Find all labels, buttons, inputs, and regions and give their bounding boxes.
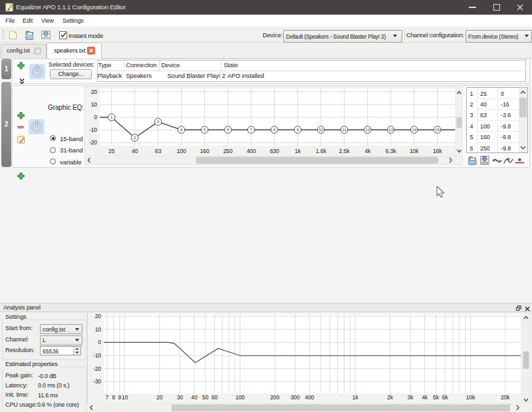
svg-text:7: 7 xyxy=(106,394,109,401)
svg-text:20: 20 xyxy=(156,394,163,401)
svg-text:10: 10 xyxy=(122,394,128,401)
svg-text:10: 10 xyxy=(91,101,98,108)
svg-text:11: 11 xyxy=(342,127,347,132)
svg-text:300: 300 xyxy=(291,394,300,401)
svg-text:25: 25 xyxy=(108,148,115,154)
svg-text:200: 200 xyxy=(270,394,279,401)
svg-text:3k: 3k xyxy=(408,394,414,401)
svg-text:-10: -10 xyxy=(89,126,97,133)
svg-text:-10: -10 xyxy=(93,352,101,359)
svg-text:2.5k: 2.5k xyxy=(339,148,350,154)
svg-text:4k: 4k xyxy=(364,148,371,154)
svg-text:400: 400 xyxy=(305,394,314,401)
svg-text:100: 100 xyxy=(235,394,245,401)
svg-text:6k: 6k xyxy=(442,394,449,401)
svg-text:20: 20 xyxy=(91,89,98,95)
svg-text:5k: 5k xyxy=(433,394,440,401)
svg-text:50: 50 xyxy=(202,394,209,401)
svg-text:20k: 20k xyxy=(501,394,510,401)
svg-text:10: 10 xyxy=(319,127,323,132)
svg-text:16k: 16k xyxy=(433,148,442,154)
svg-text:1.6k: 1.6k xyxy=(316,148,327,154)
svg-text:9: 9 xyxy=(118,394,121,401)
svg-text:100: 100 xyxy=(177,148,186,154)
svg-text:13: 13 xyxy=(388,127,393,132)
svg-text:14: 14 xyxy=(412,127,416,132)
svg-text:10: 10 xyxy=(95,326,102,333)
svg-text:160: 160 xyxy=(200,148,209,154)
svg-text:400: 400 xyxy=(247,148,256,154)
svg-text:15: 15 xyxy=(435,127,440,132)
svg-text:630: 630 xyxy=(270,148,279,154)
svg-text:1k: 1k xyxy=(295,148,301,154)
svg-text:10k: 10k xyxy=(466,394,475,401)
svg-text:-30: -30 xyxy=(93,378,101,385)
svg-text:30: 30 xyxy=(177,394,184,401)
svg-text:8: 8 xyxy=(112,394,116,401)
svg-text:0: 0 xyxy=(98,339,101,345)
svg-text:1k: 1k xyxy=(352,394,359,401)
svg-text:6.3k: 6.3k xyxy=(386,148,397,154)
svg-text:12: 12 xyxy=(365,127,370,132)
svg-text:2k: 2k xyxy=(387,394,394,401)
svg-text:40: 40 xyxy=(191,394,198,401)
svg-text:-20: -20 xyxy=(89,139,97,146)
svg-text:0: 0 xyxy=(94,114,97,120)
svg-text:10k: 10k xyxy=(410,148,419,154)
svg-text:20: 20 xyxy=(95,313,102,319)
svg-text:60: 60 xyxy=(211,394,218,401)
svg-text:-20: -20 xyxy=(93,365,101,372)
svg-text:40: 40 xyxy=(132,148,138,154)
svg-text:250: 250 xyxy=(223,148,233,154)
svg-text:63: 63 xyxy=(155,148,162,154)
svg-text:4k: 4k xyxy=(422,394,428,401)
